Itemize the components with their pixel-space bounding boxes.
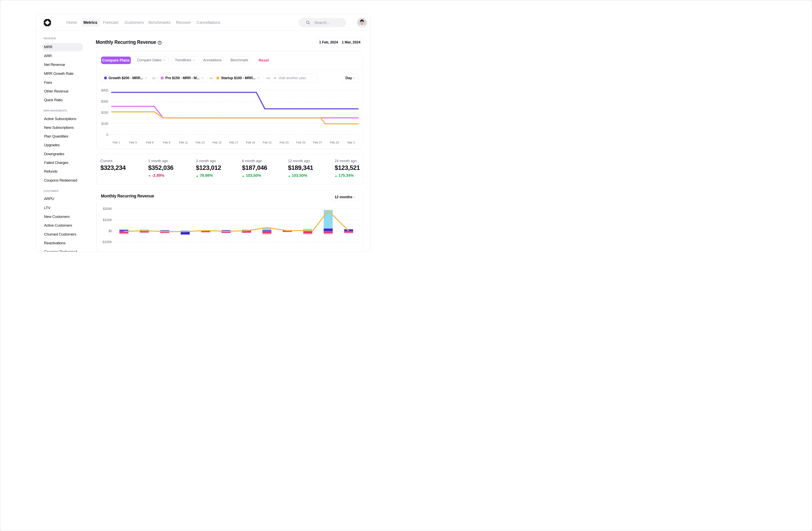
svg-text:Feb 9: Feb 9 [163, 141, 170, 144]
svg-text:Feb 13: Feb 13 [195, 141, 204, 144]
svg-text:$300: $300 [101, 100, 108, 103]
svg-text:Feb 6: Feb 6 [146, 141, 154, 144]
svg-text:Feb 19: Feb 19 [246, 141, 255, 144]
svg-text:$200K: $200K [103, 207, 112, 211]
svg-text:Feb 23: Feb 23 [279, 141, 288, 144]
svg-text:$400: $400 [101, 89, 108, 92]
svg-text:Feb 25: Feb 25 [296, 141, 305, 144]
svg-text:?: ? [159, 41, 160, 44]
svg-text:Feb 3: Feb 3 [129, 141, 136, 144]
svg-text:Feb 21: Feb 21 [263, 141, 272, 144]
svg-text:$100K: $100K [103, 218, 112, 222]
svg-text:Feb 15: Feb 15 [212, 141, 221, 144]
svg-text:$200: $200 [101, 111, 108, 114]
svg-text:Mar 2: Mar 2 [347, 141, 355, 144]
svg-text:Feb 17: Feb 17 [229, 141, 238, 144]
svg-text:$0: $0 [108, 229, 112, 233]
svg-text:Feb 11: Feb 11 [179, 141, 188, 144]
svg-text:Feb 1: Feb 1 [112, 141, 120, 144]
svg-text:Feb 27: Feb 27 [313, 141, 322, 144]
svg-text:-$100K: -$100K [102, 240, 112, 244]
svg-text:Feb 29: Feb 29 [330, 141, 339, 144]
svg-text:0: 0 [106, 133, 108, 137]
svg-text:$100: $100 [101, 122, 108, 125]
